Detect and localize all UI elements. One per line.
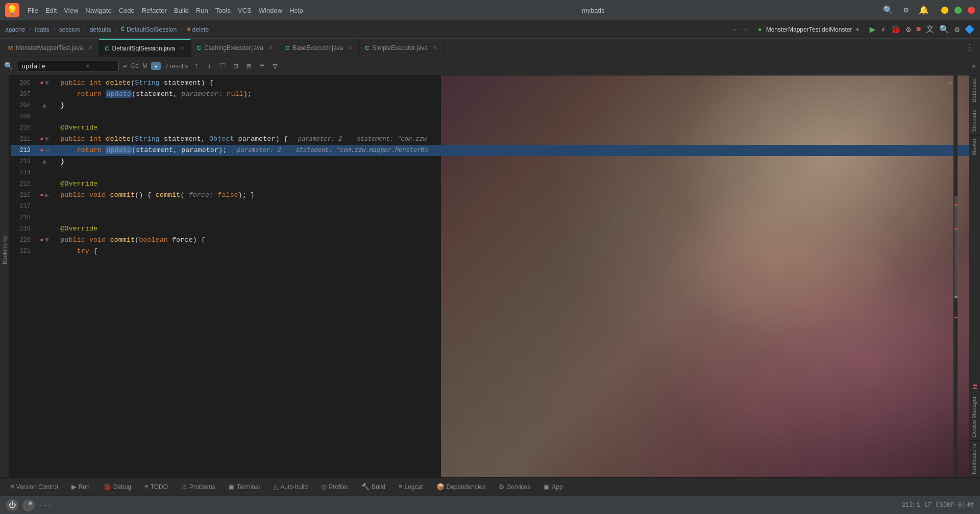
tab-close-monsterMapper[interactable]: ✕ xyxy=(88,45,92,50)
menu-navigate[interactable]: Navigate xyxy=(85,7,111,14)
panel-database[interactable]: Database xyxy=(969,75,980,106)
stop-button[interactable]: ■ xyxy=(916,25,921,34)
forward-nav-btn[interactable]: → xyxy=(743,25,747,34)
panel-notifications[interactable]: Notifications xyxy=(969,441,980,477)
search-regex-btn[interactable]: ↩ xyxy=(123,62,127,70)
bookmarks-panel: Bookmarks xyxy=(0,75,9,477)
panel-device-manager[interactable]: Device Manager xyxy=(969,393,980,440)
code-editor[interactable]: ✓ 206 ● ▼ public int delete(String state… xyxy=(9,75,969,477)
status-mic-btn[interactable]: 🎤 xyxy=(22,499,35,511)
tab-close-defaultSqlSession[interactable]: ✕ xyxy=(180,45,184,51)
tab-problems[interactable]: ⚠ Problems xyxy=(175,481,222,493)
plugin-btn[interactable]: 🔷 xyxy=(965,24,975,35)
tab-run[interactable]: ▶ Run xyxy=(65,481,96,493)
breakpoint-220[interactable]: ● xyxy=(40,235,43,246)
tab-monsterMapperTest[interactable]: M MonsterMapperTest.java ✕ xyxy=(2,39,99,57)
tab-simpleExecutor[interactable]: C SimpleExecutor.java ✕ xyxy=(359,39,444,57)
status-power-btn[interactable]: ⏻ xyxy=(6,499,18,511)
back-nav-btn[interactable]: ← xyxy=(734,25,738,34)
menu-vcs[interactable]: VCS xyxy=(238,7,252,14)
breadcrumb-class[interactable]: DefaultSqlSession xyxy=(127,26,177,33)
tab-debug[interactable]: 🐞 Debug xyxy=(97,481,137,493)
search-close-btn[interactable]: ✕ xyxy=(972,62,976,70)
fold-213[interactable]: ▲ xyxy=(42,156,46,167)
fold-208[interactable]: ▲ xyxy=(42,100,46,111)
line-code-208: } xyxy=(52,100,64,111)
tab-defaultSqlSession[interactable]: C DefaultSqlSession.java ✕ xyxy=(99,39,191,57)
close-button[interactable]: ✕ xyxy=(968,7,975,14)
menu-file[interactable]: File xyxy=(28,7,38,14)
minimize-button[interactable]: ─ xyxy=(941,7,948,14)
tab-close-baseExecutor[interactable]: ✕ xyxy=(348,45,352,50)
tab-profiler[interactable]: ◎ Profiler xyxy=(315,481,354,493)
search-filter-btn1[interactable]: ⊟ xyxy=(231,60,240,72)
fold-211[interactable]: ▼ xyxy=(44,134,48,145)
breakpoint-211[interactable]: ● xyxy=(40,134,43,145)
menu-tools[interactable]: Tools xyxy=(215,7,231,14)
run-more-btn[interactable]: ⚙ xyxy=(906,24,911,35)
search-input[interactable]: update xyxy=(21,62,83,70)
menu-code[interactable]: Code xyxy=(119,7,135,14)
breadcrumb-method-name[interactable]: delete xyxy=(192,26,209,33)
search-filter-btn2[interactable]: ⊠ xyxy=(244,60,254,72)
run-button[interactable]: ▶ xyxy=(869,23,875,36)
tab-dependencies[interactable]: 📦 Dependencies xyxy=(430,481,492,493)
menu-refactor[interactable]: Refactor xyxy=(142,7,167,14)
tab-build[interactable]: 🔨 Build xyxy=(355,481,391,493)
tab-terminal[interactable]: ▣ Terminal xyxy=(223,481,266,493)
menu-run[interactable]: Run xyxy=(196,7,208,14)
menu-help[interactable]: Help xyxy=(289,7,303,14)
tab-cachingExecutor[interactable]: C CachingExecutor.java ✕ xyxy=(191,39,279,57)
search-expand-btn[interactable]: □ xyxy=(218,61,227,72)
tab-close-simpleExecutor[interactable]: ✕ xyxy=(433,45,437,50)
tab-version-control[interactable]: ≡ Version Control xyxy=(4,481,64,493)
tab-app[interactable]: ▣ App xyxy=(537,481,569,493)
fold-206[interactable]: ▼ xyxy=(44,78,48,89)
status-more-btn[interactable]: ··· xyxy=(39,501,52,509)
update-btn[interactable]: 🔔 xyxy=(919,5,929,15)
panel-maven[interactable]: Maven xyxy=(969,136,980,159)
tab-auto-build[interactable]: △ Auto-build xyxy=(267,481,314,493)
breadcrumb-session[interactable]: session xyxy=(59,26,80,33)
scrollbar[interactable] xyxy=(953,75,958,477)
tab-todo[interactable]: ≡ TODO xyxy=(138,481,174,493)
run-with-coverage-btn[interactable]: ⚡ xyxy=(880,24,886,35)
maximize-button[interactable]: □ xyxy=(954,7,962,14)
panel-structure[interactable]: Structure xyxy=(969,106,980,135)
breadcrumb-apache[interactable]: apache xyxy=(5,26,25,33)
run-config-selector[interactable]: ● MonsterMapperTest.delMonster ▾ xyxy=(753,24,865,34)
search-word-btn[interactable]: W xyxy=(143,62,147,70)
scrollbar-thumb[interactable] xyxy=(954,196,958,296)
settings-gear-btn[interactable]: ⚙ xyxy=(954,24,960,35)
menu-edit[interactable]: Edit xyxy=(45,7,57,14)
search-case-btn[interactable]: Cc xyxy=(131,62,139,70)
menu-window[interactable]: Window xyxy=(259,7,282,14)
fold-216[interactable]: ▶ xyxy=(44,190,48,201)
search-btn[interactable]: 🔍 xyxy=(939,24,949,35)
bookmarks-label[interactable]: Bookmarks xyxy=(2,236,8,264)
menu-build[interactable]: Build xyxy=(174,7,189,14)
breadcrumb-defaults[interactable]: defaults xyxy=(90,26,111,33)
search-clear-btn[interactable]: ✕ xyxy=(86,62,89,70)
search-filter-btn3[interactable]: ≡ xyxy=(257,61,266,72)
search-prev-btn[interactable]: ↑ xyxy=(192,61,201,72)
translate-btn[interactable]: 文 xyxy=(926,24,934,35)
search-everywhere-btn[interactable]: 🔍 xyxy=(883,5,893,15)
breakpoint-212[interactable]: ● xyxy=(40,145,43,156)
fold-220[interactable]: ▼ xyxy=(44,235,48,246)
tab-close-cachingExecutor[interactable]: ✕ xyxy=(268,45,273,50)
tab-overflow-btn[interactable]: ⋮ xyxy=(962,43,978,53)
search-filter-funnel[interactable]: ▽ xyxy=(271,60,280,72)
breadcrumb-ibatis[interactable]: ibatis xyxy=(35,26,50,33)
search-next-btn[interactable]: ↓ xyxy=(205,61,214,72)
tab-baseExecutor[interactable]: C BaseExecutor.java ✕ xyxy=(279,39,359,57)
breakpoint-216[interactable]: ● xyxy=(40,190,43,201)
tab-logcat[interactable]: ≡ Logcat xyxy=(393,481,429,493)
debug-button[interactable]: 🐞 xyxy=(891,24,901,35)
settings-btn[interactable]: ⚙ xyxy=(903,5,909,15)
breakpoint-206[interactable]: ● xyxy=(40,78,43,89)
run-config-dropdown-icon[interactable]: ▾ xyxy=(856,26,859,33)
line-num-215: 215 xyxy=(11,178,37,190)
menu-view[interactable]: View xyxy=(64,7,78,14)
tab-services[interactable]: ⚙ Services xyxy=(493,481,536,493)
